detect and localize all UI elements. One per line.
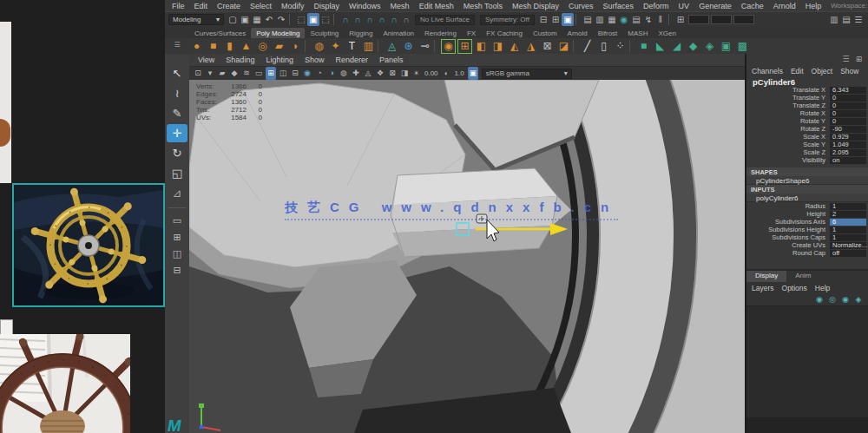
snap-grid-icon[interactable]: ∩ <box>339 13 352 26</box>
shelf-tab[interactable]: Sculpting <box>305 28 344 38</box>
bridge-icon[interactable]: ◮ <box>523 39 538 54</box>
menu-item[interactable]: Mesh <box>391 2 410 10</box>
snap-curve-icon[interactable]: ∩ <box>352 13 364 26</box>
channel-attr-value[interactable]: 0.929 <box>830 134 866 141</box>
save-scene-icon[interactable]: ▦ <box>251 13 263 26</box>
pause-viewport-icon[interactable]: ‖ <box>654 13 667 26</box>
channel-attr-value[interactable]: 0 <box>830 110 866 117</box>
channel-attr-value[interactable]: 6.343 <box>830 87 866 94</box>
combine-icon[interactable]: ◉ <box>441 39 456 54</box>
bookmark-icon[interactable]: ◆ <box>229 67 240 80</box>
render-current-frame-icon[interactable]: ▥ <box>594 13 606 26</box>
shaded-mode-icon[interactable]: ◔ <box>314 67 325 80</box>
input-attr-value[interactable]: off <box>830 250 866 257</box>
highlight-selection-icon[interactable]: ▣ <box>562 13 574 26</box>
sculpt-icon[interactable]: ◪ <box>556 39 571 54</box>
paint-select-tool-icon[interactable]: ✎ <box>167 104 187 122</box>
target-weld-icon[interactable]: ⁘ <box>613 39 628 54</box>
curve-tool-icon[interactable]: ✦ <box>328 39 343 54</box>
input-node-name[interactable]: polyCylinder6 <box>746 194 868 202</box>
viewport-menu-item[interactable]: Show <box>305 56 325 64</box>
undo-icon[interactable]: ↶ <box>263 13 275 26</box>
poly-cylinder-icon[interactable]: ▮ <box>222 39 237 54</box>
menu-item[interactable]: Arnold <box>773 2 796 10</box>
layout-four-pane-icon[interactable]: ⊞ <box>167 230 187 245</box>
menu-item[interactable]: Edit Mesh <box>419 2 454 10</box>
symmetry-field[interactable]: Symmetry: Off <box>480 15 535 25</box>
shelf-tab[interactable]: Poly Modeling <box>251 28 305 38</box>
shelf-tab[interactable]: Animation <box>378 28 419 38</box>
input-attr-value[interactable]: 2 <box>830 211 866 218</box>
light-editor-icon[interactable]: ↯ <box>642 13 654 26</box>
live-surface-field[interactable]: No Live Surface <box>415 15 475 25</box>
selection-input-field[interactable] <box>733 15 754 24</box>
channel-box-toggle-icon[interactable]: ☰ <box>852 13 865 26</box>
select-object-icon[interactable]: ▣ <box>307 13 319 26</box>
shelf-tab[interactable]: Arnold <box>562 28 593 38</box>
lighting-toggle-icon[interactable]: ◍ <box>339 67 349 80</box>
menu-item[interactable]: Curves <box>569 2 594 10</box>
redo-icon[interactable]: ↷ <box>275 13 287 26</box>
last-tool-icon[interactable]: ⊿ <box>167 184 187 202</box>
two-d-pan-zoom-icon[interactable]: ▭ <box>253 67 264 80</box>
channel-box-menu-item[interactable]: Edit <box>791 67 804 75</box>
select-tool-icon[interactable]: ↖ <box>167 64 187 82</box>
tool-settings-toggle-icon[interactable]: ▤ <box>840 13 852 26</box>
quad-draw-icon[interactable]: ╱ <box>580 39 595 54</box>
poly-sphere-icon[interactable]: ● <box>189 39 204 54</box>
gamma-value[interactable]: 1.0 <box>455 69 464 77</box>
render-view-icon[interactable]: ▤ <box>582 13 594 26</box>
poly-cone-icon[interactable]: ▲ <box>239 39 253 54</box>
menu-item[interactable]: Edit <box>194 2 208 10</box>
color-management-icon[interactable]: ▣ <box>468 67 478 80</box>
shadows-toggle-icon[interactable]: ✚ <box>351 67 361 80</box>
channel-attr-value[interactable]: on <box>830 157 866 164</box>
channel-box-menu-item[interactable]: Channels <box>752 67 783 75</box>
menu-item[interactable]: Deform <box>643 2 669 10</box>
shelf-tab[interactable]: FX <box>462 28 481 38</box>
crease-tool-icon[interactable]: ◢ <box>669 39 684 54</box>
channel-box-menu-item[interactable]: Object <box>812 67 833 75</box>
selection-input-field[interactable] <box>711 15 732 24</box>
poly-cube-icon[interactable]: ■ <box>206 39 220 54</box>
viewport-menu-item[interactable]: View <box>198 56 214 64</box>
move-tool-icon[interactable]: ✛ <box>167 124 187 142</box>
xray-icon[interactable]: ◨ <box>399 67 410 80</box>
shelf-tab[interactable]: XGen <box>653 28 681 38</box>
display-toggle-icon[interactable]: ▣ <box>719 39 733 54</box>
snap-point-icon[interactable]: ∩ <box>364 13 376 26</box>
layout-two-pane-stacked-icon[interactable]: ⊟ <box>167 263 187 278</box>
poly-torus-icon[interactable]: ◎ <box>255 39 270 54</box>
layer-editor-tab[interactable]: Anim <box>786 271 819 282</box>
menu-item[interactable]: Display <box>314 2 340 10</box>
modeling-toolkit-toggle-icon[interactable]: ⊞ <box>549 13 562 26</box>
snap-view-plane-icon[interactable]: ∩ <box>388 13 400 26</box>
menu-item[interactable]: Windows <box>349 2 381 10</box>
new-scene-icon[interactable]: ▢ <box>227 13 239 26</box>
uv-editor-icon[interactable]: ◆ <box>686 39 700 54</box>
viewport-menu-item[interactable]: Lighting <box>266 56 293 64</box>
motion-blur-icon[interactable]: ❖ <box>375 67 385 80</box>
input-attr-value[interactable]: 6 <box>830 219 866 226</box>
attribute-editor-toggle-icon[interactable]: ▥ <box>828 13 840 26</box>
input-attr-value[interactable]: 1 <box>830 203 866 210</box>
open-scene-icon[interactable]: ▣ <box>239 13 251 26</box>
create-empty-layer-icon[interactable]: ◉ <box>814 294 825 305</box>
boolean-icon[interactable]: ⊠ <box>540 39 555 54</box>
screen-space-ao-icon[interactable]: ◬ <box>363 67 373 80</box>
shelf-tab[interactable]: Custom <box>528 28 562 38</box>
menu-item[interactable]: Create <box>217 2 240 10</box>
menu-item[interactable]: UV <box>679 2 690 10</box>
symmetry-icon[interactable]: ◈ <box>702 39 717 54</box>
camera-attributes-icon[interactable]: ▰ <box>217 67 227 80</box>
extrude-icon[interactable]: ◨ <box>490 39 505 54</box>
exposure-value[interactable]: 0.00 <box>424 69 438 77</box>
input-attr-value[interactable]: 1 <box>830 234 866 241</box>
bevel-icon[interactable]: ◭ <box>507 39 522 54</box>
shelf-tab[interactable]: MASH <box>622 28 653 38</box>
image-plane-icon[interactable]: ≋ <box>241 67 252 80</box>
svg-tool-icon[interactable]: ▥ <box>361 39 376 54</box>
selection-input-field[interactable] <box>688 15 709 24</box>
shelf-tab[interactable]: Rigging <box>344 28 378 38</box>
channel-attr-value[interactable]: 0 <box>830 102 866 109</box>
